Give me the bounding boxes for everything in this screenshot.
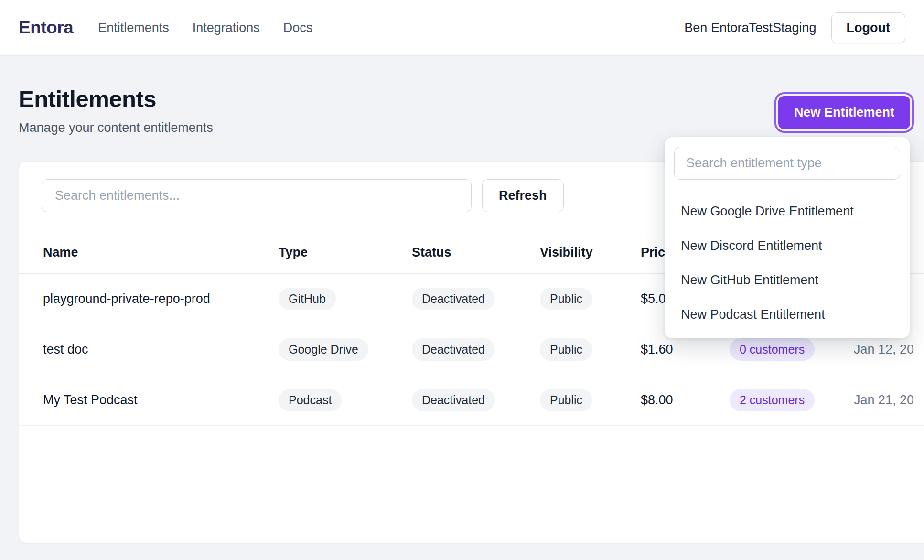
search-entitlements-input[interactable]	[42, 179, 472, 212]
new-entitlement-dropdown: New Google Drive EntitlementNew Discord …	[665, 137, 910, 338]
column-header: Visibility	[540, 245, 641, 260]
visibility-badge: Public	[540, 338, 592, 361]
nav-links: EntitlementsIntegrationsDocs	[98, 21, 312, 35]
entitlement-name: My Test Podcast	[43, 393, 279, 408]
status-badge: Deactivated	[412, 288, 495, 310]
customers-cell: 2 customers	[730, 389, 854, 411]
page-title: Entitlements	[19, 86, 905, 112]
table-row[interactable]: My Test Podcast Podcast Deactivated Publ…	[19, 375, 924, 426]
top-navbar: Entora EntitlementsIntegrationsDocs Ben …	[0, 0, 924, 56]
visibility-badge: Public	[540, 389, 592, 411]
entitlement-name: playground-private-repo-prod	[43, 291, 279, 306]
status-cell: Deactivated	[412, 389, 540, 411]
refresh-button[interactable]: Refresh	[482, 179, 564, 212]
status-cell: Deactivated	[412, 288, 540, 310]
dropdown-item[interactable]: New GitHub Entitlement	[674, 263, 900, 297]
dropdown-item[interactable]: New Podcast Entitlement	[674, 297, 900, 332]
nav-link[interactable]: Docs	[283, 21, 313, 35]
status-cell: Deactivated	[412, 338, 540, 361]
visibility-cell: Public	[540, 338, 641, 361]
status-badge: Deactivated	[412, 338, 495, 361]
created-date: Jan 21, 20	[854, 393, 924, 408]
dropdown-item[interactable]: New Google Drive Entitlement	[674, 194, 900, 228]
customers-badge: 2 customers	[730, 389, 815, 411]
column-header: Status	[412, 245, 540, 260]
entitlement-type-search-input[interactable]	[674, 147, 900, 180]
price-cell: $1.60	[641, 342, 730, 357]
type-badge: GitHub	[279, 288, 336, 310]
visibility-cell: Public	[540, 288, 641, 310]
created-date: Jan 12, 20	[854, 342, 924, 357]
brand-logo[interactable]: Entora	[19, 18, 73, 38]
customers-cell: 0 customers	[730, 338, 854, 361]
type-badge: Podcast	[279, 389, 342, 411]
visibility-badge: Public	[540, 288, 592, 310]
logout-button[interactable]: Logout	[831, 12, 905, 43]
column-header: Name	[43, 245, 279, 260]
customers-badge: 0 customers	[730, 338, 815, 361]
page-subtitle: Manage your content entitlements	[19, 120, 905, 135]
status-badge: Deactivated	[412, 389, 495, 411]
dropdown-item-list: New Google Drive EntitlementNew Discord …	[674, 194, 900, 332]
entitlement-name: test doc	[43, 342, 279, 357]
nav-link[interactable]: Integrations	[193, 21, 260, 35]
type-cell: Google Drive	[279, 338, 412, 361]
nav-link[interactable]: Entitlements	[98, 21, 169, 35]
price-cell: $8.00	[641, 393, 730, 408]
user-name: Ben EntoraTestStaging	[684, 21, 816, 35]
new-entitlement-button[interactable]: New Entitlement	[778, 96, 910, 129]
dropdown-item[interactable]: New Discord Entitlement	[674, 228, 900, 263]
column-header: Type	[279, 245, 412, 260]
type-cell: Podcast	[279, 389, 412, 411]
type-cell: GitHub	[279, 288, 412, 310]
visibility-cell: Public	[540, 389, 641, 411]
type-badge: Google Drive	[279, 338, 368, 361]
